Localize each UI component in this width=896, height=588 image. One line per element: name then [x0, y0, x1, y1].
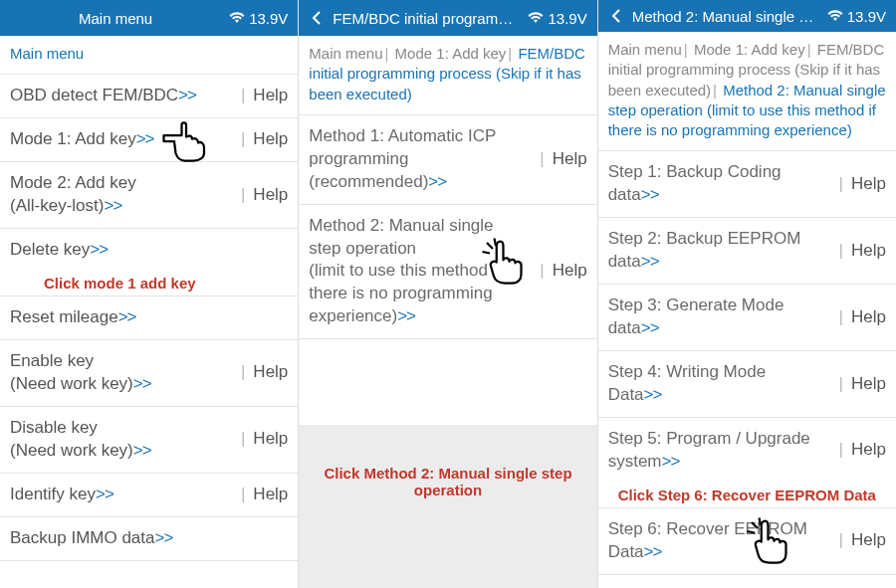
wifi-status: 13.9V: [827, 8, 886, 25]
menu-item-mode2-add-key[interactable]: Mode 2: Add key(All-key-lost)>> |Help: [0, 161, 298, 229]
menu-item-identify-key[interactable]: Identify key>> |Help: [0, 473, 298, 517]
menu-item-enable-key[interactable]: Enable key(Need work key)>> |Help: [0, 339, 298, 407]
chevrons-icon: >>: [136, 129, 154, 148]
wifi-status: 13.9V: [528, 10, 586, 27]
menu-item-disable-key[interactable]: Disable key(Need work key)>> |Help: [0, 406, 298, 474]
chevrons-icon: >>: [118, 307, 136, 326]
breadcrumb: Main menu| Mode 1: Add key| FEM/BDC init…: [299, 36, 596, 114]
header-title: Main menu: [79, 10, 152, 27]
chevrons-icon: >>: [428, 172, 446, 191]
menu-item-step2[interactable]: Step 2: Backup EEPROM data>> |Help: [598, 217, 896, 285]
menu-item-mode1-add-key[interactable]: Mode 1: Add key>> |Help: [0, 117, 298, 162]
header-title: FEM/BDC initial program…: [333, 10, 520, 27]
menu-item-step6[interactable]: Step 6: Recover EEPROM Data>> |Help: [598, 507, 896, 575]
chevrons-icon: >>: [641, 252, 659, 271]
pane-main-menu: Main menu 13.9V Main menu OBD detect FEM…: [0, 0, 299, 588]
chevrons-icon: >>: [644, 542, 662, 561]
wifi-icon: [229, 12, 245, 24]
help-link[interactable]: Help: [851, 373, 886, 396]
chevrons-icon: >>: [641, 185, 659, 204]
wifi-status: 13.9V: [229, 10, 288, 27]
empty-area: Click Method 2: Manual single step opera…: [299, 425, 596, 588]
header: Method 2: Manual single … 13.9V: [598, 0, 896, 32]
menu-item-step5[interactable]: Step 5: Program / Upgrade system>> |Help: [598, 417, 896, 484]
breadcrumb-item[interactable]: Mode 1: Add key: [395, 45, 507, 62]
help-link[interactable]: Help: [851, 529, 886, 552]
chevrons-icon: >>: [90, 240, 108, 259]
menu-list: Method 1: Automatic ICP programming (rec…: [299, 114, 596, 425]
header: Main menu 13.9V: [0, 0, 298, 36]
pane-method2-steps: Method 2: Manual single … 13.9V Main men…: [598, 0, 896, 588]
chevrons-icon: >>: [133, 441, 151, 460]
help-link[interactable]: Help: [851, 173, 886, 196]
help-link[interactable]: Help: [553, 148, 587, 171]
menu-item-method2[interactable]: Method 2: Manual single step operation (…: [299, 204, 596, 340]
pane-fem-bdc-initial: FEM/BDC initial program… 13.9V Main menu…: [299, 0, 597, 588]
voltage-label: 13.9V: [548, 10, 586, 27]
chevrons-icon: >>: [96, 485, 113, 503]
chevrons-icon: >>: [178, 86, 196, 104]
back-icon[interactable]: [309, 10, 325, 26]
help-link[interactable]: Help: [851, 240, 886, 263]
menu-item-reset-mileage[interactable]: Reset mileage>>: [0, 295, 298, 340]
help-link[interactable]: Help: [253, 85, 288, 107]
breadcrumb-item[interactable]: Main menu: [608, 41, 682, 58]
menu-item-backup-immo[interactable]: Backup IMMO data>>: [0, 516, 298, 561]
annotation: Click Step 6: Recover EEPROM Data: [598, 483, 896, 507]
menu-item-step7[interactable]: Step 7: Recover Coding Data>> |Help: [598, 574, 896, 588]
help-link[interactable]: Help: [253, 428, 288, 451]
help-link[interactable]: Help: [851, 439, 886, 462]
menu-item-step4[interactable]: Step 4: Writing Mode Data>> |Help: [598, 350, 896, 418]
help-link[interactable]: Help: [253, 361, 288, 384]
menu-item-method1[interactable]: Method 1: Automatic ICP programming (rec…: [299, 114, 596, 205]
menu-item-step3[interactable]: Step 3: Generate Mode data>> |Help: [598, 284, 896, 351]
chevrons-icon: >>: [133, 374, 151, 393]
breadcrumb-item[interactable]: Mode 1: Add key: [694, 41, 805, 58]
menu-item-delete-key[interactable]: Delete key>>: [0, 228, 298, 272]
voltage-label: 13.9V: [847, 8, 886, 25]
annotation: Click Method 2: Manual single step opera…: [299, 425, 596, 502]
help-link[interactable]: Help: [253, 484, 288, 506]
breadcrumb: Main menu: [0, 36, 298, 74]
help-link[interactable]: Help: [253, 128, 288, 151]
menu-item-obd-detect[interactable]: OBD detect FEM/BDC>> |Help: [0, 74, 298, 118]
chevrons-icon: >>: [641, 318, 659, 337]
breadcrumb-item[interactable]: Main menu: [309, 45, 382, 62]
menu-item-step1[interactable]: Step 1: Backup Coding data>> |Help: [598, 150, 896, 218]
help-link[interactable]: Help: [851, 306, 886, 329]
chevrons-icon: >>: [104, 196, 121, 215]
menu-list: OBD detect FEM/BDC>> |Help Mode 1: Add k…: [0, 74, 298, 588]
header: FEM/BDC initial program… 13.9V: [299, 0, 596, 36]
header-title: Method 2: Manual single …: [632, 8, 819, 25]
chevrons-icon: >>: [155, 528, 173, 547]
wifi-icon: [528, 12, 544, 24]
chevrons-icon: >>: [397, 306, 415, 325]
chevrons-icon: >>: [662, 452, 680, 471]
wifi-icon: [827, 10, 843, 22]
breadcrumb: Main menu| Mode 1: Add key| FEM/BDC init…: [598, 32, 896, 150]
chevrons-icon: >>: [644, 385, 662, 404]
help-link[interactable]: Help: [553, 260, 587, 283]
help-link[interactable]: Help: [253, 184, 288, 207]
menu-list: Step 1: Backup Coding data>> |Help Step …: [598, 150, 896, 588]
back-icon[interactable]: [608, 8, 624, 24]
annotation: Click mode 1 add key: [0, 271, 298, 295]
voltage-label: 13.9V: [249, 10, 288, 27]
breadcrumb-item[interactable]: Main menu: [10, 45, 84, 62]
